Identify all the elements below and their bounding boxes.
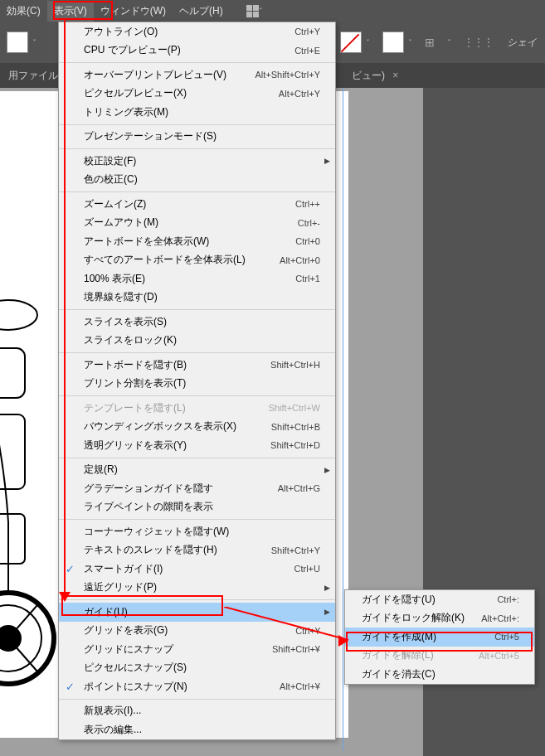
menu-effect[interactable]: 効果(C) — [0, 1, 47, 22]
menu-separator — [59, 62, 335, 63]
svg-point-3 — [0, 626, 21, 651]
color-caret-icon[interactable]: ˇ — [409, 38, 411, 46]
fill-swatch[interactable] — [7, 32, 28, 53]
menu-outline[interactable]: アウトライン(O)Ctrl+Y — [59, 22, 335, 41]
menu-proof-setup[interactable]: 校正設定(F)▶ — [59, 152, 335, 171]
menu-snap-to-pixel[interactable]: ピクセルにスナップ(S) — [59, 659, 335, 678]
menu-show-livepaint[interactable]: ライブペイントの隙間を表示 — [59, 498, 335, 517]
guides-submenu: ガイドを隠す(U)Ctrl+: ガイドをロック解除(K)Alt+Ctrl+: ガ… — [344, 589, 535, 685]
menu-presentation-mode[interactable]: プレゼンテーションモード(S) — [59, 128, 335, 147]
menu-guides[interactable]: ガイド(U)▶ — [59, 603, 335, 622]
menu-fit-artboard[interactable]: アートボードを全体表示(W)Ctrl+0 — [59, 232, 335, 251]
menu-cpu-preview[interactable]: CPU でプレビュー(P)Ctrl+E — [59, 41, 335, 61]
layout-icon[interactable] — [246, 4, 260, 17]
menu-separator — [59, 599, 335, 600]
artboard-edge — [343, 88, 343, 751]
align-caret-icon[interactable]: ˇ — [448, 38, 450, 46]
menu-edit-views[interactable]: 表示の編集... — [59, 720, 335, 739]
menu-show-transparency-grid[interactable]: 透明グリッドを表示(Y)Shift+Ctrl+D — [59, 436, 335, 455]
submenu-clear-guides[interactable]: ガイドを消去(C) — [345, 665, 534, 684]
chevron-right-icon: ▶ — [324, 157, 330, 165]
menu-separator — [59, 352, 335, 353]
menu-actual-size[interactable]: 100% 表示(E)Ctrl+1 — [59, 269, 335, 288]
menu-window[interactable]: ウィンドウ(W) — [94, 1, 173, 22]
menu-zoom-out[interactable]: ズームアウト(M)Ctrl+- — [59, 214, 335, 233]
menu-lock-slices[interactable]: スライスをロック(K) — [59, 332, 335, 351]
svg-line-6 — [8, 638, 37, 671]
menu-separator — [59, 699, 335, 700]
stroke-caret-icon[interactable]: ˇ — [367, 38, 369, 46]
tab-preview[interactable]: ビュー) × — [352, 69, 398, 83]
menu-hide-artboards[interactable]: アートボードを隠す(B)Shift+Ctrl+H — [59, 356, 335, 375]
menu-help[interactable]: ヘルプ(H) — [173, 1, 230, 22]
menu-hide-gradient[interactable]: グラデーションガイドを隠すAlt+Ctrl+G — [59, 479, 335, 498]
submenu-unlock-guides[interactable]: ガイドをロック解除(K)Alt+Ctrl+: — [345, 609, 534, 628]
menu-pixel-preview[interactable]: ピクセルプレビュー(X)Alt+Ctrl+Y — [59, 85, 335, 104]
menu-separator — [59, 148, 335, 149]
menu-snap-to-grid[interactable]: グリッドにスナップShift+Ctrl+¥ — [59, 640, 335, 659]
menu-smart-guides[interactable]: ✓スマートガイド(I)Ctrl+U — [59, 560, 335, 579]
menu-trim-view[interactable]: トリミング表示(M) — [59, 103, 335, 122]
color-swatch-group: ˇ — [382, 32, 411, 53]
menu-proof-colors[interactable]: 色の校正(C) — [59, 171, 335, 190]
check-icon: ✓ — [66, 681, 75, 693]
chevron-right-icon: ▶ — [324, 584, 330, 592]
chevron-right-icon: ▶ — [324, 608, 330, 616]
fill-caret-icon[interactable]: ˇ — [33, 38, 36, 46]
menu-separator — [59, 309, 335, 310]
menu-separator — [59, 519, 335, 520]
menu-snap-to-point[interactable]: ✓ポイントにスナップ(N)Alt+Ctrl+¥ — [59, 677, 335, 696]
menu-hide-corner-widget[interactable]: コーナーウィジェットを隠す(W) — [59, 522, 335, 541]
menu-show-grid[interactable]: グリッドを表示(G)Ctrl+¥ — [59, 622, 335, 641]
svg-rect-10 — [0, 348, 25, 398]
menu-show-print-tiling[interactable]: プリント分割を表示(T) — [59, 375, 335, 394]
menu-show-bbox[interactable]: バウンディングボックスを表示(X)Shift+Ctrl+B — [59, 418, 335, 437]
menu-rulers[interactable]: 定規(R)▶ — [59, 461, 335, 480]
menu-separator — [59, 124, 335, 125]
color-swatch[interactable] — [382, 32, 404, 53]
menu-hide-template: テンプレートを隠す(L)Shift+Ctrl+W — [59, 399, 335, 418]
menu-show-slices[interactable]: スライスを表示(S) — [59, 313, 335, 332]
menu-separator — [59, 191, 335, 192]
more-icon[interactable]: ⋮⋮⋮ — [464, 36, 494, 48]
menu-hide-text-threads[interactable]: テキストのスレッドを隠す(H)Shift+Ctrl+Y — [59, 541, 335, 560]
submenu-make-guides[interactable]: ガイドを作成(M)Ctrl+5 — [345, 628, 534, 647]
svg-line-4 — [8, 605, 37, 638]
menu-zoom-in[interactable]: ズームイン(Z)Ctrl++ — [59, 195, 335, 214]
tab-file[interactable]: 用ファイル — [8, 69, 58, 83]
layout-caret-icon[interactable]: ˇ — [260, 7, 262, 15]
chevron-right-icon: ▶ — [324, 466, 330, 474]
submenu-hide-guides[interactable]: ガイドを隠す(U)Ctrl+: — [345, 590, 534, 609]
menu-new-view[interactable]: 新規表示(I)... — [59, 702, 335, 721]
stroke-none-swatch[interactable] — [340, 32, 362, 53]
fill-swatch-group: ˇ — [7, 32, 36, 53]
shape-label: シェイ — [507, 36, 537, 50]
tab-close-icon[interactable]: × — [392, 70, 398, 81]
menubar: 効果(C) 表示(V) ウィンドウ(W) ヘルプ(H) ˇ — [0, 0, 545, 22]
stroke-swatch-group: ˇ — [340, 32, 369, 53]
menu-separator — [59, 458, 335, 458]
view-menu: アウトライン(O)Ctrl+Y CPU でプレビュー(P)Ctrl+E オーバー… — [58, 22, 336, 740]
submenu-release-guides: ガイドを解除(L)Alt+Ctrl+5 — [345, 647, 534, 666]
check-icon: ✓ — [66, 563, 75, 575]
menu-separator — [59, 395, 335, 396]
svg-point-0 — [0, 300, 37, 330]
menu-view[interactable]: 表示(V) — [47, 1, 94, 22]
align-icon[interactable]: ⊞ — [425, 36, 435, 49]
menu-fit-all[interactable]: すべてのアートボードを全体表示(L)Alt+Ctrl+0 — [59, 251, 335, 270]
menu-overprint-preview[interactable]: オーバープリントプレビュー(V)Alt+Shift+Ctrl+Y — [59, 65, 335, 85]
menu-perspective-grid[interactable]: 遠近グリッド(P)▶ — [59, 579, 335, 598]
svg-rect-8 — [0, 514, 25, 564]
menu-hide-edges[interactable]: 境界線を隠す(D) — [59, 288, 335, 308]
